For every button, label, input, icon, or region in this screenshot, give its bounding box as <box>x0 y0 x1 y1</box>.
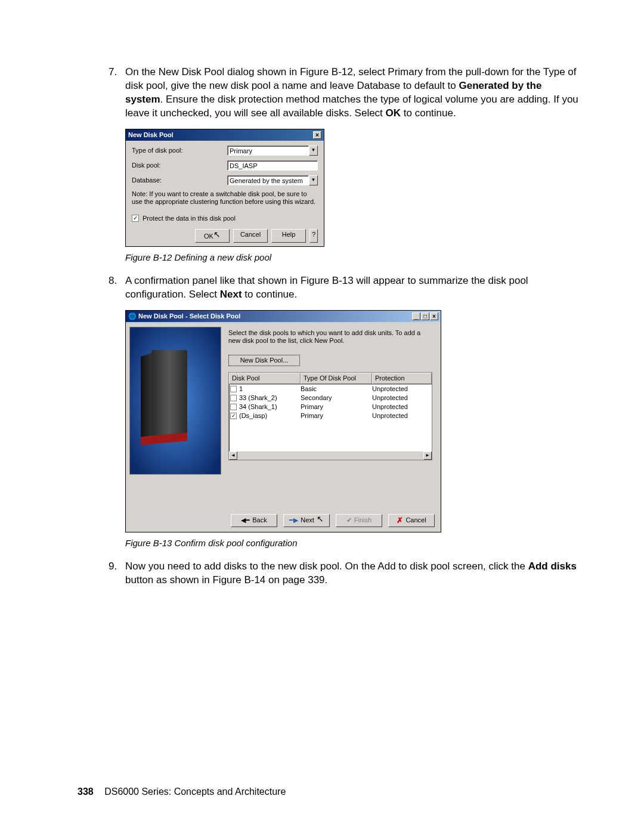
bold: Next <box>220 289 242 300</box>
help-button[interactable]: Help <box>271 229 306 243</box>
dialog-title: New Disk Pool <box>128 131 174 140</box>
arrow-right-icon: ━▶ <box>289 516 298 525</box>
page-number: 338 <box>78 786 94 797</box>
finish-button: ✔Finish <box>336 514 382 527</box>
check-icon: ✔ <box>346 516 352 525</box>
cell: Unprotected <box>372 394 432 402</box>
step-8-text: A confirmation panel like that shown in … <box>125 275 528 300</box>
pool-label: Disk pool: <box>132 161 227 170</box>
back-button[interactable]: ◀━Back <box>231 514 277 527</box>
step-8: 8. A confirmation panel like that shown … <box>125 274 578 302</box>
wizard-image <box>129 327 221 475</box>
x-icon: ✗ <box>397 515 403 526</box>
l: Cancel <box>405 516 426 525</box>
table-row[interactable]: 1 Basic Unprotected <box>229 385 432 394</box>
row-checkbox[interactable] <box>230 395 237 401</box>
cell: Primary <box>301 411 372 420</box>
header-diskpool[interactable]: Disk Pool <box>229 373 301 384</box>
l: Next <box>301 516 314 525</box>
page-footer: 338 DS6000 Series: Concepts and Architec… <box>78 786 286 797</box>
figure-caption-b12: Figure B-12 Defining a new disk pool <box>125 252 578 264</box>
close-icon[interactable]: × <box>313 131 321 139</box>
cell: Secondary <box>301 394 372 402</box>
maximize-icon[interactable]: □ <box>421 312 429 320</box>
step-9-text: Now you need to add disks to the new dis… <box>125 561 577 586</box>
horizontal-scrollbar[interactable]: ◄ ► <box>229 451 432 460</box>
titlebar: New Disk Pool × <box>126 129 324 141</box>
type-label: Type of disk pool: <box>132 146 227 155</box>
t: Now you need to add disks to the new dis… <box>125 561 528 572</box>
pool-input[interactable]: DS_IASP <box>227 160 318 171</box>
step-7: 7. On the New Disk Pool dialog shown in … <box>125 66 578 120</box>
select-disk-pool-dialog: 🌐 New Disk Pool - Select Disk Pool _ □ ×… <box>125 310 441 532</box>
list-number: 7. <box>109 66 117 79</box>
new-disk-pool-button[interactable]: New Disk Pool... <box>228 355 300 366</box>
row-checkbox[interactable] <box>230 404 237 410</box>
table-row[interactable]: ✓ (Ds_iasp) Primary Unprotected <box>229 411 432 420</box>
scroll-right-icon[interactable]: ► <box>423 451 432 460</box>
cell: Basic <box>301 385 372 394</box>
t: to continue. <box>401 107 456 119</box>
cell: 34 (Shark_1) <box>239 402 301 411</box>
step-7-text: On the New Disk Pool dialog shown in Fig… <box>125 66 578 119</box>
chevron-down-icon[interactable]: ▼ <box>309 175 318 185</box>
cursor-icon: ↖ <box>213 230 221 239</box>
whatsthis-button[interactable]: ? <box>309 229 318 243</box>
step-9: 9. Now you need to add disks to the new … <box>125 560 578 587</box>
db-label: Database: <box>132 176 227 185</box>
table-row[interactable]: 33 (Shark_2) Secondary Unprotected <box>229 394 432 402</box>
db-value: Generated by the system <box>227 175 309 185</box>
bold: OK <box>386 107 401 119</box>
instructions: Select the disk pools to which you want … <box>228 329 432 346</box>
close-icon[interactable]: × <box>430 312 438 320</box>
new-disk-pool-dialog: New Disk Pool × Type of disk pool: Prima… <box>125 129 324 247</box>
titlebar: 🌐 New Disk Pool - Select Disk Pool _ □ × <box>126 311 441 322</box>
cell: 33 (Shark_2) <box>239 394 301 402</box>
protect-checkbox-row[interactable]: ✓ Protect the data in this disk pool <box>132 214 318 223</box>
t: A confirmation panel like that shown in … <box>125 275 528 300</box>
table-row[interactable]: 34 (Shark_1) Primary Unprotected <box>229 402 432 411</box>
figure-caption-b13: Figure B-13 Confirm disk pool configurat… <box>125 537 578 549</box>
list-number: 9. <box>109 560 117 574</box>
cell: 1 <box>239 385 301 394</box>
protect-label: Protect the data in this disk pool <box>143 214 236 223</box>
checkbox-icon[interactable]: ✓ <box>132 215 139 222</box>
minimize-icon[interactable]: _ <box>412 312 420 320</box>
cell: Unprotected <box>372 411 432 420</box>
note-text: Note: If you want to create a switchable… <box>132 190 318 206</box>
server-tower-icon <box>151 350 187 439</box>
dialog-title: 🌐 New Disk Pool - Select Disk Pool <box>128 312 240 321</box>
chevron-down-icon[interactable]: ▼ <box>309 145 318 156</box>
l: Back <box>252 516 267 525</box>
ok-button[interactable]: OK↖ <box>195 229 230 243</box>
t: to continue. <box>242 289 298 300</box>
t: button as shown in Figure B-14 on page 3… <box>125 574 327 586</box>
row-checkbox[interactable]: ✓ <box>230 413 237 419</box>
t: New Disk Pool - Select Disk Pool <box>138 312 240 320</box>
cancel-button[interactable]: ✗Cancel <box>388 514 435 527</box>
arrow-left-icon: ◀━ <box>241 516 250 525</box>
t: . Ensure the disk protection method matc… <box>125 94 578 119</box>
cell: Unprotected <box>372 402 432 411</box>
header-protection[interactable]: Protection <box>372 373 432 384</box>
disk-pool-table[interactable]: Disk Pool Type Of Disk Pool Protection 1… <box>228 372 432 460</box>
list-number: 8. <box>109 274 117 288</box>
cursor-icon: ↖ <box>317 513 324 525</box>
table-header: Disk Pool Type Of Disk Pool Protection <box>229 373 432 385</box>
header-type[interactable]: Type Of Disk Pool <box>301 373 372 384</box>
book-title: DS6000 Series: Concepts and Architecture <box>104 786 286 797</box>
bold: Add disks <box>528 561 577 572</box>
row-checkbox[interactable] <box>230 386 237 392</box>
cell: Unprotected <box>372 385 432 394</box>
type-dropdown[interactable]: Primary ▼ <box>227 145 318 156</box>
cell: (Ds_iasp) <box>239 411 301 420</box>
l: Finish <box>354 516 371 525</box>
next-button[interactable]: ━▶Next↖ <box>283 514 330 527</box>
cell: Primary <box>301 402 372 411</box>
cancel-button[interactable]: Cancel <box>233 229 268 243</box>
type-value: Primary <box>227 145 309 156</box>
db-dropdown[interactable]: Generated by the system ▼ <box>227 175 318 185</box>
l: OK <box>204 233 213 240</box>
scroll-left-icon[interactable]: ◄ <box>229 451 237 460</box>
